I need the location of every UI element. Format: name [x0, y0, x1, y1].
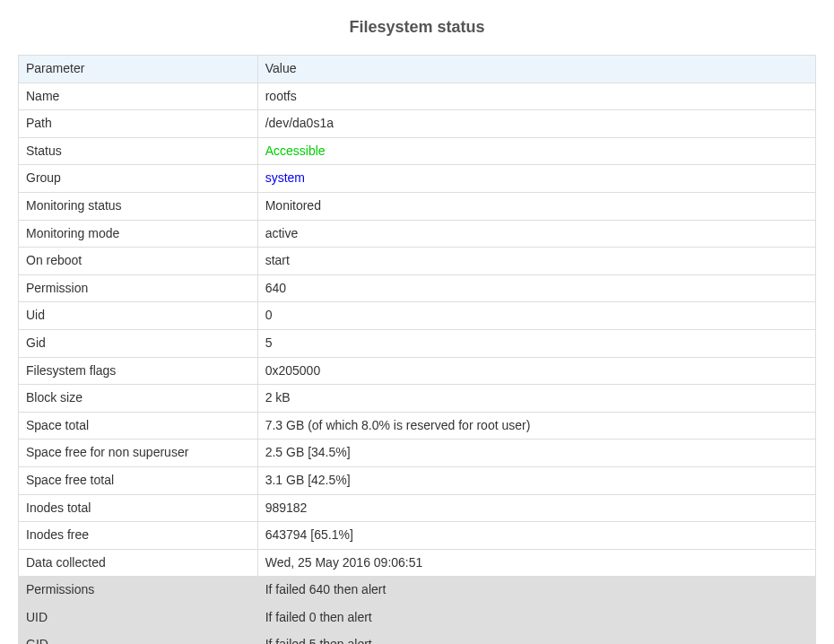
row-param: Path	[19, 110, 258, 138]
row-param: UID	[19, 604, 258, 631]
row-value: 989182	[257, 494, 815, 522]
row-value-text: If failed 640 then alert	[265, 582, 387, 596]
table-row: Block size2 kB	[19, 385, 816, 413]
header-value: Value	[257, 56, 815, 83]
row-value: 0x205000	[257, 357, 815, 385]
table-row: Space total7.3 GB (of which 8.0% is rese…	[19, 412, 816, 439]
row-value-text: 2 kB	[265, 390, 291, 405]
row-value-text: 640	[265, 281, 286, 295]
table-row: Path/dev/da0s1a	[19, 110, 816, 138]
row-value: 7.3 GB (of which 8.0% is reserved for ro…	[257, 412, 815, 439]
row-param: Filesystem flags	[19, 357, 258, 385]
table-row: Inodes total989182	[19, 494, 816, 522]
row-value: 3.1 GB [42.5%]	[257, 466, 815, 494]
row-value: 2.5 GB [34.5%]	[257, 439, 815, 467]
row-value-text: active	[265, 226, 299, 240]
row-value-text: rootfs	[265, 89, 297, 103]
table-row: Gid5	[19, 329, 816, 357]
row-param: Uid	[19, 302, 258, 330]
table-row: Data collectedWed, 25 May 2016 09:06:51	[19, 549, 816, 577]
row-value-text: 643794 [65.1%]	[265, 527, 353, 542]
row-value-text: 989182	[265, 500, 308, 515]
row-value: Wed, 25 May 2016 09:06:51	[257, 549, 815, 577]
table-row: PermissionsIf failed 640 then alert	[19, 577, 816, 605]
row-value: 5	[257, 329, 815, 357]
row-param: Space free for non superuser	[19, 439, 258, 467]
row-value-text: If failed 0 then alert	[265, 610, 372, 624]
row-value: 0	[257, 302, 815, 330]
row-param: Monitoring mode	[19, 220, 258, 248]
row-value: active	[257, 220, 815, 248]
row-param: Space free total	[19, 466, 258, 494]
row-value: 643794 [65.1%]	[257, 522, 815, 550]
page-title: Filesystem status	[18, 18, 816, 37]
table-row: Groupsystem	[19, 165, 816, 193]
row-param: Monitoring status	[19, 192, 258, 220]
row-param: GID	[19, 631, 258, 644]
row-value: /dev/da0s1a	[257, 110, 815, 138]
row-param: Block size	[19, 385, 258, 413]
row-value-text: /dev/da0s1a	[265, 116, 334, 130]
table-row: Space free total3.1 GB [42.5%]	[19, 466, 816, 494]
row-param: Name	[19, 83, 258, 110]
table-row: Monitoring statusMonitored	[19, 192, 816, 220]
row-param: Data collected	[19, 549, 258, 577]
row-value-text: 2.5 GB [34.5%]	[265, 445, 351, 459]
table-row: Monitoring modeactive	[19, 220, 816, 248]
row-param: Group	[19, 165, 258, 193]
table-row: Space free for non superuser2.5 GB [34.5…	[19, 439, 816, 467]
row-param: Status	[19, 137, 258, 165]
row-param: On reboot	[19, 248, 258, 275]
filesystem-status-table: Parameter Value NamerootfsPath/dev/da0s1…	[18, 55, 816, 644]
row-value: start	[257, 248, 815, 275]
row-value-text: 0	[265, 308, 273, 322]
row-value-text: start	[265, 253, 290, 267]
row-param: Gid	[19, 329, 258, 357]
row-value: 2 kB	[257, 385, 815, 413]
row-value: If failed 5 then alert	[257, 631, 815, 644]
row-value: rootfs	[257, 83, 815, 110]
row-value-text: 7.3 GB (of which 8.0% is reserved for ro…	[265, 418, 531, 432]
row-param: Space total	[19, 412, 258, 439]
row-value-text: 3.1 GB [42.5%]	[265, 473, 351, 487]
row-value: system	[257, 165, 815, 193]
row-value: Accessible	[257, 137, 815, 165]
table-row: Uid0	[19, 302, 816, 330]
table-row: Permission640	[19, 274, 816, 302]
group-link[interactable]: system	[265, 170, 305, 185]
row-value-text: 5	[265, 335, 273, 350]
table-row: Filesystem flags0x205000	[19, 357, 816, 385]
row-value-text: Wed, 25 May 2016 09:06:51	[265, 555, 423, 570]
row-value-text: If failed 5 then alert	[265, 637, 372, 644]
row-value-text: Monitored	[265, 198, 321, 213]
table-row: Inodes free643794 [65.1%]	[19, 522, 816, 550]
table-row: StatusAccessible	[19, 137, 816, 165]
row-value: If failed 0 then alert	[257, 604, 815, 631]
row-value-text: Accessible	[265, 144, 326, 158]
table-header-row: Parameter Value	[19, 56, 816, 83]
header-parameter: Parameter	[19, 56, 258, 83]
row-value-text: 0x205000	[265, 363, 321, 378]
row-param: Permissions	[19, 577, 258, 605]
row-value: 640	[257, 274, 815, 302]
row-value: If failed 640 then alert	[257, 577, 815, 605]
row-param: Inodes free	[19, 522, 258, 550]
row-param: Permission	[19, 274, 258, 302]
table-row: UIDIf failed 0 then alert	[19, 604, 816, 631]
row-param: Inodes total	[19, 494, 258, 522]
row-value: Monitored	[257, 192, 815, 220]
table-row: Namerootfs	[19, 83, 816, 110]
table-row: GIDIf failed 5 then alert	[19, 631, 816, 644]
table-row: On rebootstart	[19, 248, 816, 275]
